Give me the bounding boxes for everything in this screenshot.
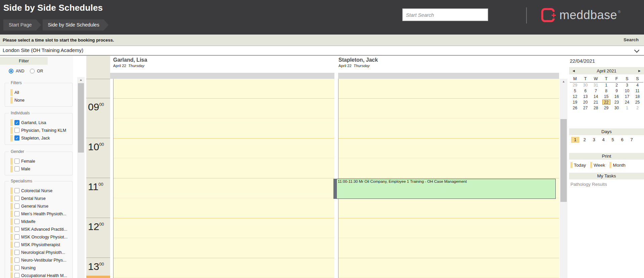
minical-day[interactable]: 2 — [632, 105, 643, 111]
prev-month-button[interactable]: ◄ — [572, 69, 576, 73]
filter-item-male[interactable]: Male — [5, 165, 72, 173]
days-option-4[interactable]: 4 — [599, 137, 607, 143]
minical-day[interactable]: 14 — [591, 94, 601, 100]
filter-item-neuro-vestibular-phys[interactable]: Neuro-Vestibular Phys... — [5, 256, 72, 264]
breadcrumb-item-side-by-side-schedules[interactable]: Side by Side Schedules — [43, 19, 109, 31]
checkbox[interactable] — [14, 128, 19, 133]
minical-day[interactable]: 6 — [580, 88, 591, 94]
days-option-1[interactable]: 1 — [571, 137, 579, 143]
print-today-button[interactable]: Today — [570, 162, 586, 168]
minical-day[interactable]: 1 — [622, 105, 632, 111]
checkbox[interactable] — [14, 196, 19, 201]
filter-item-neurological-physioth[interactable]: Neurological Physioth... — [5, 248, 72, 256]
task-item-pathology-results[interactable]: Pathology Results — [570, 181, 607, 187]
filter-item-nursing[interactable]: Nursing — [5, 264, 72, 272]
next-month-button[interactable]: ► — [638, 69, 641, 73]
minical-day[interactable]: 25 — [632, 100, 643, 105]
minical-day[interactable]: 29 — [601, 105, 611, 111]
checkbox[interactable] — [14, 211, 19, 216]
allday-row[interactable] — [338, 73, 559, 79]
checkbox[interactable] — [14, 265, 19, 270]
scrollbar-thumb[interactable] — [560, 119, 567, 202]
days-option-6[interactable]: 6 — [618, 137, 626, 143]
minical-day[interactable]: 27 — [580, 105, 591, 111]
filter-item-garland-lisa[interactable]: Garland, Lisa — [5, 119, 72, 126]
minical-day[interactable]: 11 — [632, 88, 643, 94]
checkbox[interactable] — [14, 188, 19, 193]
minical-day[interactable]: 30 — [611, 105, 622, 111]
schedule-scrollbar[interactable]: ▲ — [560, 79, 567, 278]
minical-day[interactable]: 26 — [570, 105, 580, 111]
minical-day[interactable]: 1 — [601, 82, 611, 88]
minical-day[interactable]: 28 — [591, 105, 601, 111]
minical-day[interactable]: 2 — [611, 82, 622, 88]
checkbox[interactable] — [14, 234, 19, 239]
checkbox[interactable] — [14, 120, 19, 125]
search-input[interactable] — [402, 8, 488, 21]
or-radio[interactable] — [30, 69, 35, 73]
minical-day[interactable]: 13 — [580, 94, 591, 100]
checkbox[interactable] — [14, 258, 19, 263]
site-select[interactable]: London Site (OH Training Academy) — [0, 46, 644, 56]
checkbox[interactable] — [14, 219, 19, 224]
checkbox[interactable] — [14, 242, 19, 247]
filter-item-msk-advanced-practiti[interactable]: MSK Advanced Practiti... — [5, 225, 72, 233]
days-option-7[interactable]: 7 — [628, 137, 636, 143]
search-action-button[interactable]: Search — [624, 37, 639, 42]
print-week-button[interactable]: Week — [590, 162, 605, 168]
scrollbar-thumb[interactable] — [78, 83, 84, 153]
filter-item-men-s-health-physioth[interactable]: Men's Health Physioth... — [5, 210, 72, 218]
minical-day[interactable]: 8 — [601, 88, 611, 94]
minical-day[interactable]: 31 — [591, 82, 601, 88]
checkbox[interactable] — [14, 166, 19, 171]
filter-item-physician-training-klm[interactable]: Physician, Training KLM — [5, 126, 72, 134]
allday-row[interactable] — [110, 73, 334, 79]
checkbox[interactable] — [14, 204, 19, 209]
filter-item-colorectal-nurse[interactable]: Colorectal Nurse — [5, 187, 72, 194]
minical-day[interactable]: 21 — [591, 100, 601, 105]
breadcrumb-item-start-page[interactable]: Start Page — [3, 19, 41, 31]
minical-day[interactable]: 20 — [580, 100, 591, 105]
filter-item-none[interactable]: None — [5, 96, 72, 104]
filter-item-stapleton-jack[interactable]: Stapleton, Jack — [5, 134, 72, 142]
and-radio[interactable] — [9, 69, 13, 73]
filter-item-general-nurse[interactable]: General Nurse — [5, 202, 72, 210]
minical-day[interactable]: 24 — [622, 100, 632, 105]
minical-day[interactable]: 10 — [622, 88, 632, 94]
minical-day[interactable]: 17 — [622, 94, 632, 100]
filter-item-msk-oncology-physiot[interactable]: MSK Oncology Physiot... — [5, 233, 72, 241]
filter-item-msk-physiotherapist[interactable]: MSK Physiotherapist — [5, 241, 72, 248]
filter-item-female[interactable]: Female — [5, 157, 72, 165]
checkbox[interactable] — [14, 159, 19, 164]
minical-day[interactable]: 18 — [632, 94, 643, 100]
scroll-up-icon[interactable]: ▲ — [560, 79, 567, 84]
appointment[interactable]: 11:00-11:30 Mr Oil Company, Employee 1 T… — [333, 179, 556, 199]
days-option-3[interactable]: 3 — [590, 137, 598, 143]
days-option-5[interactable]: 5 — [609, 137, 617, 143]
minical-day[interactable]: 12 — [570, 94, 580, 100]
minical-day[interactable]: 4 — [632, 82, 643, 88]
schedule-column-slots[interactable] — [113, 79, 334, 278]
checkbox[interactable] — [14, 135, 19, 141]
checkbox[interactable] — [14, 273, 19, 278]
print-month-button[interactable]: Month — [609, 162, 626, 168]
filter-item-occupational-health-m[interactable]: Occupational Health M... — [5, 272, 72, 278]
minical-day[interactable]: 5 — [570, 88, 580, 94]
filter-item-dental-nurse[interactable]: Dental Nurse — [5, 194, 72, 202]
minical-day[interactable]: 30 — [580, 82, 591, 88]
scroll-up-icon[interactable]: ▲ — [77, 77, 85, 82]
minical-day[interactable]: 15 — [601, 94, 611, 100]
sidebar-scrollbar[interactable]: ▲ — [77, 77, 85, 278]
days-option-2[interactable]: 2 — [581, 137, 589, 143]
minical-day[interactable]: 9 — [611, 88, 622, 94]
filter-item-all[interactable]: All — [5, 89, 72, 96]
minical-day[interactable]: 29 — [570, 82, 580, 88]
schedule-column-slots[interactable] — [338, 79, 559, 278]
minical-day[interactable]: 16 — [611, 94, 622, 100]
minical-day[interactable]: 23 — [611, 100, 622, 105]
minical-day[interactable]: 19 — [570, 100, 580, 105]
checkbox[interactable] — [14, 250, 19, 255]
minical-day[interactable]: 7 — [591, 88, 601, 94]
minical-day[interactable]: 22 — [601, 100, 611, 105]
filter-item-midwife[interactable]: Midwife — [5, 218, 72, 225]
